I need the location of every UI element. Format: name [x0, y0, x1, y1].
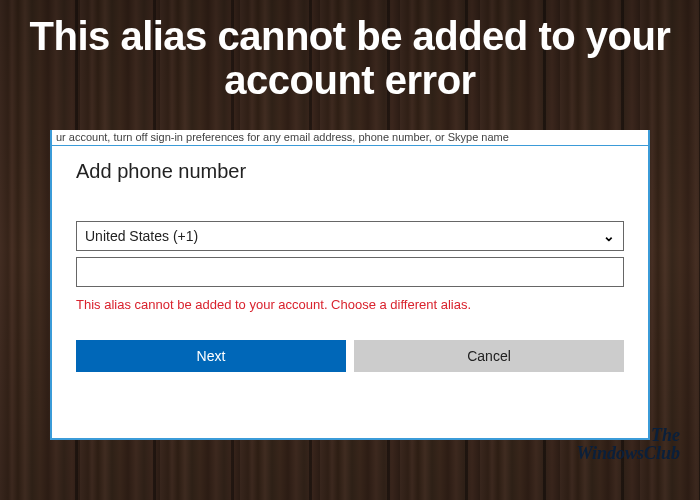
next-button[interactable]: Next [76, 340, 346, 372]
chevron-down-icon: ⌄ [603, 228, 615, 244]
article-headline: This alias cannot be added to your accou… [0, 14, 700, 102]
country-code-value: United States (+1) [85, 228, 603, 244]
truncated-instruction-text: ur account, turn off sign-in preferences… [52, 130, 648, 146]
cancel-button[interactable]: Cancel [354, 340, 624, 372]
watermark-logo: The WindowsClub [577, 426, 680, 462]
watermark-line2: WindowsClub [577, 444, 680, 462]
dialog-title: Add phone number [76, 160, 624, 183]
error-message: This alias cannot be added to your accou… [76, 297, 624, 312]
dialog-content: Add phone number United States (+1) ⌄ Th… [52, 132, 648, 372]
dialog-window: ur account, turn off sign-in preferences… [50, 130, 650, 440]
button-row: Next Cancel [76, 340, 624, 372]
watermark-line1: The [577, 426, 680, 444]
phone-number-input[interactable] [76, 257, 624, 287]
country-code-select[interactable]: United States (+1) ⌄ [76, 221, 624, 251]
